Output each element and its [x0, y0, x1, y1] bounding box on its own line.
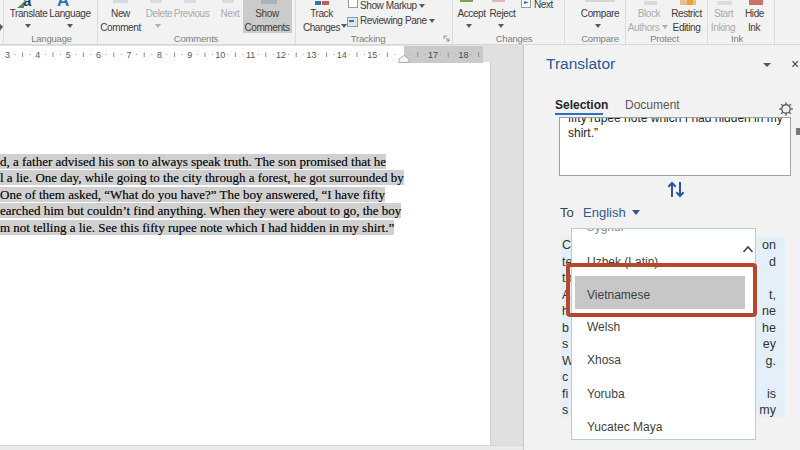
svg-text:10: 10 — [215, 50, 225, 60]
svg-text:12: 12 — [276, 50, 286, 60]
svg-text:17: 17 — [428, 50, 438, 60]
svg-text:14: 14 — [337, 50, 347, 60]
svg-text:9: 9 — [187, 50, 192, 60]
svg-text:13: 13 — [306, 50, 316, 60]
svg-text:18: 18 — [458, 50, 468, 60]
svg-text:6: 6 — [96, 50, 101, 60]
svg-text:8: 8 — [157, 50, 162, 60]
svg-text:15: 15 — [367, 50, 377, 60]
svg-text:11: 11 — [246, 50, 255, 60]
svg-text:5: 5 — [66, 50, 71, 60]
svg-text:7: 7 — [126, 50, 131, 60]
svg-text:3: 3 — [5, 50, 10, 60]
svg-text:4: 4 — [35, 50, 40, 60]
